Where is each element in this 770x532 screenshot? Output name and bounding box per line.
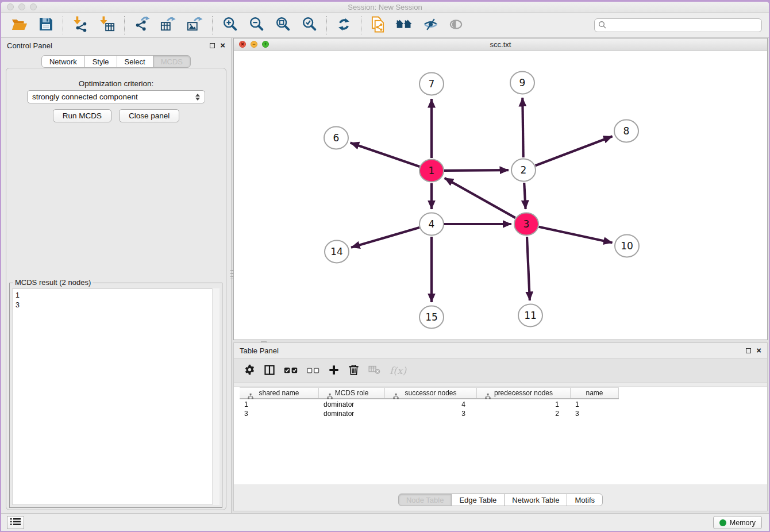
column-header-label: name: [586, 389, 603, 397]
column-header-successor-nodes[interactable]: successor nodes: [385, 388, 477, 398]
control-panel-tabs: NetworkStyleSelectMCDS: [1, 55, 231, 68]
control-panel-float-icon[interactable]: [210, 43, 215, 48]
table-cell[interactable]: 3: [571, 409, 619, 419]
result-scrollbar[interactable]: [212, 288, 220, 505]
tab-network[interactable]: Network: [41, 55, 85, 68]
import-table-button[interactable]: [96, 14, 118, 36]
zoom-fit-button[interactable]: [272, 14, 294, 36]
save-icon: [38, 17, 53, 33]
window-zoom-button[interactable]: [30, 3, 37, 10]
graph-edge-1-2[interactable]: [444, 170, 509, 171]
table-panel-close-icon[interactable]: ×: [756, 348, 761, 353]
tab-select[interactable]: Select: [117, 55, 153, 68]
graph-node-label: 10: [621, 240, 633, 252]
tab-mcds[interactable]: MCDS: [153, 55, 191, 68]
houses-icon: [395, 18, 413, 33]
export-network-button[interactable]: [131, 14, 153, 36]
graph-edge-2-9[interactable]: [522, 98, 523, 157]
table-cell[interactable]: 3: [240, 409, 319, 419]
unselect-all-columns-button[interactable]: [307, 360, 319, 381]
table-cell[interactable]: dominator: [319, 399, 385, 409]
network-view-window: ✕ − + scc.txt 7968124314101511: [233, 38, 768, 340]
zoom-in-button[interactable]: [219, 14, 241, 36]
table-cell[interactable]: dominator: [319, 409, 385, 419]
save-session-button[interactable]: [36, 14, 56, 36]
node-table: shared nameMCDS rolesuccessor nodesprede…: [234, 387, 767, 484]
select-all-columns-button[interactable]: [284, 360, 298, 381]
clone-network-button[interactable]: [368, 14, 388, 36]
tab-edge-table[interactable]: Edge Table: [451, 494, 505, 506]
task-history-button[interactable]: [7, 516, 24, 529]
create-column-button[interactable]: [329, 360, 339, 381]
column-header-shared-name[interactable]: shared name: [240, 388, 319, 398]
graph-node-label: 11: [524, 310, 537, 321]
control-panel-close-icon[interactable]: ×: [220, 43, 225, 48]
table-cell[interactable]: 4: [385, 399, 477, 409]
refresh-icon: [336, 17, 352, 34]
memory-button[interactable]: Memory: [713, 516, 762, 529]
graph-node-label: 15: [425, 311, 438, 323]
export-table-button[interactable]: [157, 14, 179, 36]
hide-selected-button[interactable]: [420, 14, 441, 36]
table-cell[interactable]: 1: [240, 399, 319, 409]
table-row[interactable]: 1dominator411: [240, 399, 619, 409]
tab-node-table[interactable]: Node Table: [398, 494, 452, 506]
table-cell[interactable]: 1: [477, 399, 571, 409]
graph-edge-3-11[interactable]: [527, 237, 530, 300]
delete-column-button[interactable]: [348, 360, 359, 381]
column-header-name[interactable]: name: [571, 388, 619, 398]
delete-table-button: [368, 360, 380, 381]
window-controls: [7, 3, 37, 10]
export-image-button[interactable]: [184, 14, 206, 36]
tab-motifs[interactable]: Motifs: [567, 494, 603, 506]
graph-edge-3-10[interactable]: [539, 227, 613, 243]
run-mcds-button[interactable]: Run MCDS: [53, 109, 111, 122]
graph-node-label: 6: [333, 132, 340, 144]
table-cell[interactable]: 2: [477, 409, 571, 419]
search-box: [594, 18, 762, 32]
main-area: Control Panel × NetworkStyleSelectMCDS O…: [1, 38, 769, 513]
column-header-MCDS-role[interactable]: MCDS role: [319, 388, 385, 398]
open-file-button[interactable]: [8, 14, 31, 36]
window-minimize-button[interactable]: [18, 3, 25, 10]
tab-style[interactable]: Style: [84, 55, 117, 68]
mcds-result-line: 3: [16, 300, 216, 310]
application-window: Session: New Session Control Panel × Net…: [0, 0, 770, 532]
zoom-out-button[interactable]: [245, 14, 267, 36]
criterion-select[interactable]: strongly connected component: [27, 90, 205, 103]
tab-network-table[interactable]: Network Table: [504, 494, 567, 506]
graph-node-label: 1: [429, 165, 435, 176]
close-panel-button[interactable]: Close panel: [119, 109, 179, 122]
table-cell[interactable]: 1: [571, 399, 619, 409]
table-row[interactable]: 3dominator323: [240, 409, 619, 419]
graph-edge-2-8[interactable]: [536, 136, 613, 165]
window-close-button[interactable]: [7, 3, 14, 10]
column-header-label: successor nodes: [405, 389, 456, 397]
zoom-fit-icon: [275, 16, 291, 34]
optimization-criterion-label: Optimization criterion:: [6, 79, 226, 88]
graph-edge-1-6[interactable]: [351, 142, 420, 167]
import-network-button[interactable]: [70, 14, 91, 36]
table-cell[interactable]: 3: [385, 409, 477, 419]
control-panel-title: Control Panel: [7, 41, 52, 50]
toolbar-separator: [63, 16, 63, 34]
import-table-icon: [99, 16, 115, 34]
graph-edge-2-3[interactable]: [524, 183, 525, 209]
clone-network-icon: [371, 16, 385, 34]
show-all-button[interactable]: [392, 14, 415, 36]
graph-edge-3-1[interactable]: [445, 178, 515, 218]
mcds-result-text[interactable]: 13: [12, 288, 220, 505]
toolbar-separator: [212, 16, 213, 34]
network-canvas[interactable]: 7968124314101511: [234, 51, 767, 340]
export-table-icon: [160, 16, 176, 34]
search-input[interactable]: [594, 18, 762, 32]
zoom-selected-button[interactable]: [298, 14, 320, 36]
apply-layout-button[interactable]: [333, 14, 355, 36]
table-panel-float-icon[interactable]: [746, 348, 751, 353]
column-header-predecessor-nodes[interactable]: predecessor nodes: [477, 388, 571, 398]
table-settings-button[interactable]: [244, 360, 255, 381]
show-column-button[interactable]: [264, 360, 275, 381]
memory-status-icon: [719, 519, 726, 526]
graph-node-label: 14: [330, 246, 343, 257]
graph-edge-4-14[interactable]: [351, 228, 419, 248]
